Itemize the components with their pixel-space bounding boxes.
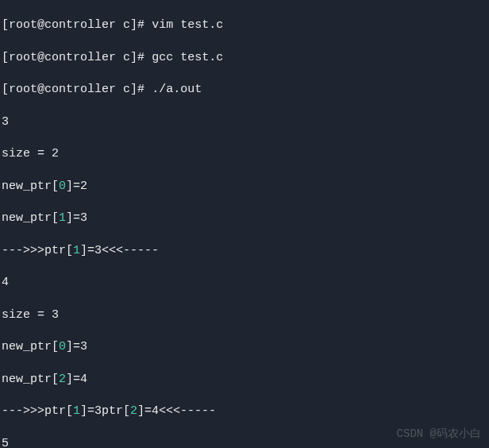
prompt-line-1: [root@controller c]# vim test.c	[2, 17, 487, 33]
prompt-line-3: [root@controller c]# ./a.out	[2, 82, 487, 98]
output-line: size = 2	[2, 146, 487, 162]
output-line: --->>>ptr[1]=3ptr[2]=4<<<-----	[2, 404, 487, 419]
output-line: --->>>ptr[1]=3<<<-----	[2, 243, 487, 259]
output-line: new_ptr[0]=3	[2, 339, 487, 355]
output-line: new_ptr[0]=2	[2, 179, 487, 195]
output-line: new_ptr[2]=4	[2, 372, 487, 388]
output-line: 4	[2, 275, 487, 291]
output-line: new_ptr[1]=3	[2, 210, 487, 226]
output-line: 3	[2, 114, 487, 130]
prompt-line-2: [root@controller c]# gcc test.c	[2, 50, 487, 66]
output-line: 5	[2, 436, 487, 448]
terminal-output[interactable]: [root@controller c]# vim test.c [root@co…	[2, 2, 487, 448]
output-line: size = 3	[2, 307, 487, 323]
